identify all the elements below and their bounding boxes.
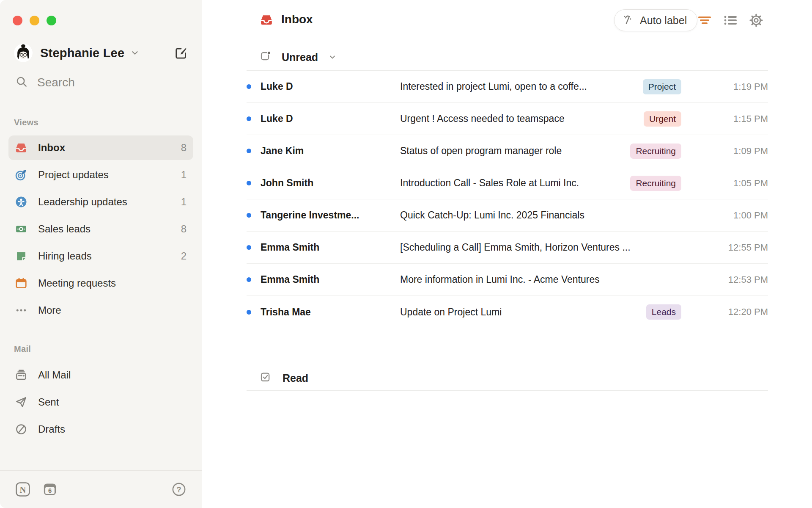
unread-count: 1	[181, 196, 187, 208]
page-title: Inbox	[281, 13, 313, 26]
sidebar-item-label: Sent	[38, 396, 59, 408]
sidebar-footer: N 6 ?	[0, 470, 202, 508]
sidebar-item-label: Hiring leads	[38, 250, 92, 262]
email-subject: Quick Catch-Up: Lumi Inc. 2025 Financial…	[400, 210, 681, 221]
sidebar-item-label: More	[38, 304, 61, 316]
email-time: 1:19 PM	[681, 81, 768, 92]
unread-marker-icon	[260, 50, 272, 64]
chevron-down-icon	[328, 53, 337, 63]
sidebar-item-inbox[interactable]: Inbox 8	[8, 135, 193, 160]
email-subject: Interested in project Lumi, open to a co…	[400, 81, 636, 92]
sidebar-item-label: Leadership updates	[38, 196, 127, 208]
account-name: Stephanie Lee	[40, 46, 124, 60]
sidebar-item-all-mail[interactable]: All Mail	[8, 363, 193, 387]
unread-dot	[247, 149, 251, 153]
email-row[interactable]: John Smith Introduction Call - Sales Rol…	[247, 167, 768, 199]
unread-dot	[247, 181, 251, 185]
views-section-label: Views	[14, 118, 38, 127]
email-sender: Luke D	[261, 81, 400, 92]
sidebar-item-label: Inbox	[38, 142, 65, 154]
window-controls	[13, 16, 56, 25]
email-row[interactable]: Emma Smith More information in Lumi Inc.…	[247, 264, 768, 296]
email-subject: Introduction Call - Sales Role at Lumi I…	[400, 177, 623, 189]
sidebar-item-leadership-updates[interactable]: Leadership updates 1	[8, 190, 193, 214]
unread-count: 8	[181, 142, 187, 154]
email-subject: More information in Lumi Inc. - Acme Ven…	[400, 274, 681, 285]
auto-label-button[interactable]: Auto label	[614, 9, 697, 31]
notion-calendar-icon[interactable]: 6	[42, 482, 58, 497]
sidebar-item-drafts[interactable]: Drafts	[8, 417, 193, 442]
sidebar-item-label: Meeting requests	[38, 277, 116, 289]
email-time: 1:00 PM	[681, 210, 768, 221]
unread-section-header[interactable]: Unread	[260, 50, 337, 64]
app-window: Stephanie Lee Search Views	[0, 0, 812, 508]
unread-dot	[247, 277, 251, 282]
read-section-divider	[247, 390, 768, 391]
email-row[interactable]: Tangerine Investme... Quick Catch-Up: Lu…	[247, 199, 768, 232]
label-badge[interactable]: Urgent	[644, 111, 681, 127]
label-badge[interactable]: Leads	[646, 304, 681, 320]
search-input[interactable]: Search	[15, 75, 75, 90]
help-icon[interactable]: ?	[171, 482, 187, 497]
unread-dot	[247, 245, 251, 250]
inbox-icon	[14, 141, 28, 155]
account-switcher[interactable]: Stephanie Lee	[14, 43, 189, 63]
gear-icon[interactable]	[747, 11, 765, 29]
ellipsis-icon	[14, 304, 28, 317]
sidebar-item-sales-leads[interactable]: Sales leads 8	[8, 217, 193, 241]
svg-text:N: N	[20, 485, 26, 494]
note-icon	[14, 249, 28, 263]
compose-icon[interactable]	[173, 45, 189, 61]
target-icon	[14, 168, 28, 182]
mail-section-label: Mail	[14, 344, 31, 354]
email-list: Luke D Interested in project Lumi, open …	[247, 70, 768, 328]
sidebar-item-project-updates[interactable]: Project updates 1	[8, 163, 193, 187]
email-subject: Urgent ! Access needed to teamspace	[400, 113, 637, 124]
notion-logo-icon[interactable]: N	[15, 482, 30, 497]
list-view-icon[interactable]	[721, 11, 739, 29]
avatar	[14, 44, 33, 62]
email-time: 12:53 PM	[681, 274, 768, 285]
label-badge[interactable]: Project	[643, 79, 681, 94]
all-mail-icon	[14, 368, 28, 382]
email-row[interactable]: Jane Kim Status of open program manager …	[247, 135, 768, 167]
wand-icon	[622, 13, 635, 28]
sidebar-item-more[interactable]: More	[8, 298, 193, 323]
unread-count: 8	[181, 223, 187, 235]
mail-list: All Mail Sent Drafts	[8, 363, 193, 444]
email-row[interactable]: Emma Smith [Scheduling a Call] Emma Smit…	[247, 232, 768, 264]
read-section-header[interactable]: Read	[260, 371, 308, 385]
auto-label-button-label: Auto label	[640, 14, 687, 27]
filter-icon[interactable]	[696, 11, 713, 29]
zoom-window-button[interactable]	[47, 16, 56, 25]
search-placeholder: Search	[37, 76, 75, 89]
email-row[interactable]: Luke D Interested in project Lumi, open …	[247, 71, 768, 103]
unread-section-title: Unread	[282, 51, 318, 64]
email-time: 1:05 PM	[681, 178, 768, 189]
minimize-window-button[interactable]	[30, 16, 39, 25]
svg-text:?: ?	[177, 486, 181, 494]
sidebar-item-sent[interactable]: Sent	[8, 390, 193, 414]
label-badge[interactable]: Recruiting	[630, 176, 681, 191]
unread-count: 1	[181, 169, 187, 181]
email-row[interactable]: Trisha Mae Update on Project Lumi Leads …	[247, 296, 768, 328]
views-list: Inbox 8 Project updates 1	[8, 135, 193, 325]
unread-dot	[247, 116, 251, 121]
email-row[interactable]: Luke D Urgent ! Access needed to teamspa…	[247, 103, 768, 135]
email-sender: Emma Smith	[261, 242, 400, 253]
sidebar-item-meeting-requests[interactable]: Meeting requests	[8, 271, 193, 295]
send-icon	[14, 395, 28, 409]
draft-icon	[14, 422, 28, 436]
email-subject: Status of open program manager role	[400, 145, 623, 157]
sidebar-item-hiring-leads[interactable]: Hiring leads 2	[8, 244, 193, 268]
sidebar: Stephanie Lee Search Views	[0, 0, 202, 508]
unread-dot	[247, 213, 251, 218]
close-window-button[interactable]	[13, 16, 22, 25]
sidebar-item-label: Drafts	[38, 423, 65, 435]
email-sender: Luke D	[261, 113, 400, 124]
email-time: 12:20 PM	[681, 306, 768, 318]
label-badge[interactable]: Recruiting	[630, 144, 681, 159]
email-time: 12:55 PM	[681, 242, 768, 253]
read-section-title: Read	[283, 372, 308, 384]
sidebar-item-label: Project updates	[38, 169, 109, 181]
